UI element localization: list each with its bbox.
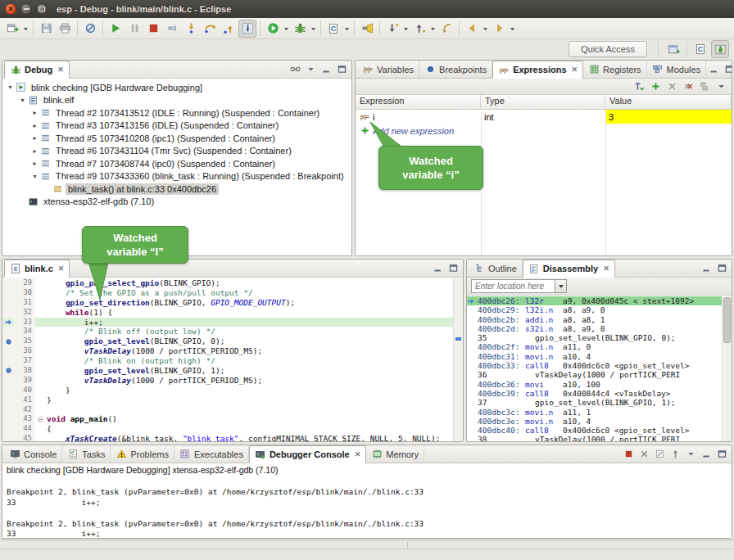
line-marker[interactable] bbox=[2, 395, 14, 405]
clear-console-icon[interactable] bbox=[652, 447, 667, 462]
line-marker[interactable] bbox=[2, 346, 14, 356]
fold-column[interactable] bbox=[35, 376, 45, 386]
line-number[interactable]: 43 bbox=[14, 414, 35, 424]
terminate-red-icon[interactable] bbox=[621, 447, 636, 462]
open-perspective-icon[interactable] bbox=[664, 40, 682, 58]
line-marker[interactable] bbox=[2, 308, 14, 318]
tab-registers[interactable]: Registers bbox=[583, 61, 646, 78]
fold-column[interactable] bbox=[35, 366, 45, 376]
console-output[interactable]: Breakpoint 2, blink_task (pvParameter=0x… bbox=[2, 476, 732, 539]
line-number[interactable]: 39 bbox=[14, 376, 35, 386]
debug-icon[interactable] bbox=[291, 20, 309, 38]
line-marker[interactable] bbox=[2, 356, 14, 366]
disassembly-scrollbar[interactable] bbox=[722, 296, 732, 441]
line-number[interactable]: 33 bbox=[14, 318, 35, 327]
line-marker[interactable] bbox=[2, 327, 14, 336]
fold-column[interactable] bbox=[35, 434, 45, 441]
disconnect-icon[interactable] bbox=[163, 20, 181, 38]
remove-launch-icon[interactable] bbox=[637, 447, 651, 462]
step-over-icon[interactable] bbox=[201, 20, 219, 38]
line-number[interactable]: 40 bbox=[14, 386, 35, 395]
column-header-type[interactable]: Type bbox=[481, 95, 605, 109]
tab-modules[interactable]: Modules bbox=[647, 61, 707, 78]
expander-right-icon[interactable]: ▸ bbox=[30, 122, 39, 129]
tab-debugger-console[interactable]: Debugger Console✕ bbox=[249, 445, 366, 463]
dropdown-icon[interactable] bbox=[482, 20, 489, 38]
new-watch-icon[interactable] bbox=[648, 79, 663, 94]
expander-right-icon[interactable]: ▸ bbox=[30, 109, 39, 116]
fold-column[interactable] bbox=[35, 278, 45, 288]
titlebar[interactable]: ✕ esp - Debug - blink/main/blink.c - Ecl… bbox=[0, 0, 734, 18]
terminate-icon[interactable] bbox=[144, 20, 162, 38]
view-menu-icon[interactable] bbox=[683, 447, 698, 462]
expander-right-icon[interactable]: ▸ bbox=[30, 134, 39, 142]
back-icon[interactable] bbox=[463, 20, 481, 38]
view-menu-icon[interactable] bbox=[303, 62, 318, 77]
quick-access-button[interactable]: Quick Access bbox=[569, 41, 647, 57]
fold-column[interactable] bbox=[35, 405, 45, 415]
column-header-value[interactable]: Value bbox=[605, 95, 732, 109]
dropdown-icon[interactable] bbox=[310, 20, 317, 38]
dropdown-icon[interactable] bbox=[283, 20, 290, 38]
tab-memory[interactable]: Memory bbox=[366, 445, 424, 463]
debug-perspective-icon[interactable] bbox=[711, 40, 729, 58]
line-marker[interactable] bbox=[2, 376, 14, 386]
next-annotation-icon[interactable] bbox=[383, 20, 401, 38]
tree-item[interactable]: ▾blink.elf bbox=[2, 94, 351, 107]
forward-icon[interactable] bbox=[490, 20, 508, 38]
remove-expression-icon[interactable] bbox=[664, 79, 679, 94]
show-types-icon[interactable] bbox=[632, 79, 646, 94]
dropdown-icon[interactable] bbox=[402, 20, 410, 38]
line-marker[interactable] bbox=[2, 405, 14, 415]
tab-executables[interactable]: Executables bbox=[174, 445, 249, 463]
minimize-icon[interactable] bbox=[699, 261, 714, 276]
expander-right-icon[interactable]: ▸ bbox=[30, 160, 39, 167]
line-number[interactable]: 44 bbox=[14, 424, 35, 434]
remove-all-expressions-icon[interactable] bbox=[681, 79, 695, 94]
editor-content[interactable]: 29 gpio_pad_select_gpio(BLINK_GPIO);30 /… bbox=[2, 278, 453, 441]
tab-outline[interactable]: Outline bbox=[469, 260, 523, 277]
minimize-icon[interactable] bbox=[706, 62, 721, 77]
close-tab-icon[interactable]: ✕ bbox=[355, 450, 361, 458]
tree-item[interactable]: ▸Thread #2 1073413512 (IDLE : Running) (… bbox=[2, 106, 351, 120]
dropdown-icon[interactable] bbox=[22, 20, 29, 38]
suspend-icon[interactable] bbox=[125, 20, 143, 38]
instruction-pointer-icon[interactable] bbox=[2, 318, 14, 327]
line-number[interactable]: 45 bbox=[14, 434, 35, 441]
tab-tasks[interactable]: Tasks bbox=[62, 445, 111, 463]
location-input[interactable] bbox=[471, 279, 555, 293]
tree-item[interactable]: ▾blink checking [GDB Hardware Debugging] bbox=[2, 81, 351, 94]
minimize-icon[interactable] bbox=[699, 447, 714, 462]
run-icon[interactable] bbox=[264, 20, 282, 38]
breakpoint-icon[interactable] bbox=[2, 336, 14, 346]
line-number[interactable]: 42 bbox=[14, 405, 35, 415]
line-number[interactable]: 34 bbox=[14, 327, 35, 336]
line-number[interactable]: 36 bbox=[14, 346, 35, 356]
line-number[interactable]: 31 bbox=[14, 298, 35, 308]
tab-console[interactable]: Console bbox=[4, 445, 62, 463]
line-marker[interactable] bbox=[2, 288, 14, 298]
line-marker[interactable] bbox=[2, 434, 14, 441]
fold-column[interactable] bbox=[35, 395, 45, 405]
tree-item[interactable]: xtensa-esp32-elf-gdb (7.10) bbox=[2, 196, 351, 209]
line-marker[interactable] bbox=[2, 414, 14, 424]
line-marker[interactable] bbox=[2, 386, 14, 395]
maximize-icon[interactable] bbox=[714, 447, 729, 462]
new-c-project-icon[interactable]: C bbox=[324, 20, 342, 38]
window-maximize-button[interactable] bbox=[36, 3, 48, 15]
minimize-icon[interactable] bbox=[430, 261, 445, 276]
fold-column[interactable] bbox=[35, 346, 45, 356]
line-marker[interactable] bbox=[2, 424, 14, 434]
window-minimize-button[interactable] bbox=[20, 3, 32, 15]
column-header-expression[interactable]: Expression bbox=[356, 95, 481, 109]
line-number[interactable]: 29 bbox=[14, 278, 35, 288]
overview-ruler[interactable] bbox=[453, 278, 463, 441]
skip-breakpoints-icon[interactable] bbox=[81, 20, 99, 38]
line-number[interactable]: 37 bbox=[14, 356, 35, 366]
new-wizard-icon[interactable] bbox=[3, 20, 21, 38]
fold-column[interactable] bbox=[35, 336, 45, 346]
line-number[interactable]: 32 bbox=[14, 308, 35, 318]
tree-item[interactable]: ▸Thread #5 1073410208 (ipc1) (Suspended … bbox=[2, 132, 351, 145]
collapse-all-icon[interactable] bbox=[697, 79, 712, 94]
fold-column[interactable] bbox=[35, 308, 45, 318]
